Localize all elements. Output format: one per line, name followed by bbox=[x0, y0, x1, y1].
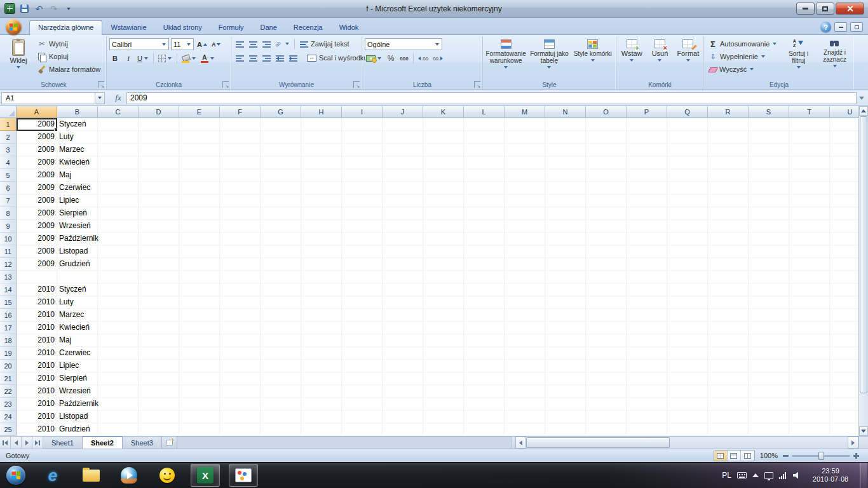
cell-B7[interactable]: Lipiec bbox=[57, 194, 98, 207]
cell-G21[interactable] bbox=[261, 372, 301, 385]
cell-U2[interactable] bbox=[830, 131, 858, 144]
borders-button[interactable] bbox=[157, 53, 173, 64]
cell-M5[interactable] bbox=[505, 169, 545, 182]
cell-E16[interactable] bbox=[179, 309, 220, 322]
page-break-view-button[interactable] bbox=[741, 451, 754, 461]
cell-E12[interactable] bbox=[179, 258, 220, 271]
cell-L10[interactable] bbox=[464, 233, 505, 245]
cell-M23[interactable] bbox=[505, 398, 545, 410]
cell-I23[interactable] bbox=[342, 398, 383, 410]
row-header-4[interactable]: 4 bbox=[0, 156, 17, 169]
cell-B12[interactable]: Grudzień bbox=[57, 258, 98, 271]
cell-B5[interactable]: Maj bbox=[57, 169, 98, 182]
column-header-P[interactable]: P bbox=[627, 106, 667, 118]
row-header-20[interactable]: 20 bbox=[0, 360, 17, 372]
cell-F21[interactable] bbox=[220, 372, 261, 385]
cell-G4[interactable] bbox=[261, 156, 301, 169]
cell-H6[interactable] bbox=[301, 182, 342, 194]
row-header-12[interactable]: 12 bbox=[0, 258, 17, 271]
cell-N21[interactable] bbox=[545, 372, 586, 385]
cell-A18[interactable]: 2010 bbox=[17, 334, 57, 347]
cell-O6[interactable] bbox=[586, 182, 627, 194]
cell-L15[interactable] bbox=[464, 296, 505, 309]
cell-G17[interactable] bbox=[261, 322, 301, 334]
cell-M16[interactable] bbox=[505, 309, 545, 322]
cell-A14[interactable]: 2010 bbox=[17, 283, 57, 296]
vertical-scroll-thumb[interactable] bbox=[860, 116, 867, 393]
cell-H13[interactable] bbox=[301, 271, 342, 283]
scroll-up-button[interactable] bbox=[859, 106, 868, 116]
cell-S12[interactable] bbox=[749, 258, 789, 271]
cell-R24[interactable] bbox=[708, 410, 749, 423]
find-select-button[interactable]: Znajdź i zaznacz bbox=[818, 38, 851, 79]
cell-K12[interactable] bbox=[423, 258, 464, 271]
cell-G10[interactable] bbox=[261, 233, 301, 245]
cell-C6[interactable] bbox=[98, 182, 139, 194]
cell-F23[interactable] bbox=[220, 398, 261, 410]
cell-H5[interactable] bbox=[301, 169, 342, 182]
cell-R18[interactable] bbox=[708, 334, 749, 347]
cell-B17[interactable]: Kwiecień bbox=[57, 322, 98, 334]
cell-C17[interactable] bbox=[98, 322, 139, 334]
cell-T15[interactable] bbox=[789, 296, 830, 309]
grow-font-button[interactable]: A bbox=[196, 39, 208, 50]
dialog-launcher-clipboard[interactable] bbox=[98, 81, 104, 88]
cell-Q17[interactable] bbox=[667, 322, 708, 334]
cell-B13[interactable] bbox=[57, 271, 98, 283]
cell-N3[interactable] bbox=[545, 144, 586, 156]
cell-N20[interactable] bbox=[545, 360, 586, 372]
insert-cells-button[interactable]: Wstaw bbox=[619, 38, 644, 79]
cell-H16[interactable] bbox=[301, 309, 342, 322]
cell-M6[interactable] bbox=[505, 182, 545, 194]
cell-M17[interactable] bbox=[505, 322, 545, 334]
cell-T25[interactable] bbox=[789, 423, 830, 436]
column-header-B[interactable]: B bbox=[57, 106, 98, 118]
cell-S10[interactable] bbox=[749, 233, 789, 245]
dialog-launcher-alignment[interactable] bbox=[353, 81, 360, 88]
tab-formu-y[interactable]: Formuły bbox=[210, 21, 252, 34]
network-icon[interactable] bbox=[779, 472, 787, 479]
cell-R12[interactable] bbox=[708, 258, 749, 271]
cell-J18[interactable] bbox=[383, 334, 423, 347]
volume-icon[interactable] bbox=[793, 472, 801, 479]
row-header-6[interactable]: 6 bbox=[0, 182, 17, 194]
cell-A13[interactable] bbox=[17, 271, 57, 283]
cell-M18[interactable] bbox=[505, 334, 545, 347]
cell-R25[interactable] bbox=[708, 423, 749, 436]
cell-I4[interactable] bbox=[342, 156, 383, 169]
display-icon[interactable] bbox=[764, 472, 773, 479]
cell-S3[interactable] bbox=[749, 144, 789, 156]
cell-S9[interactable] bbox=[749, 220, 789, 233]
cell-D12[interactable] bbox=[139, 258, 179, 271]
cell-D17[interactable] bbox=[139, 322, 179, 334]
cell-G24[interactable] bbox=[261, 410, 301, 423]
cell-C9[interactable] bbox=[98, 220, 139, 233]
cell-K23[interactable] bbox=[423, 398, 464, 410]
cell-E7[interactable] bbox=[179, 194, 220, 207]
row-header-7[interactable]: 7 bbox=[0, 194, 17, 207]
underline-button[interactable]: U bbox=[136, 53, 150, 64]
cell-H20[interactable] bbox=[301, 360, 342, 372]
horizontal-scrollbar[interactable] bbox=[515, 437, 858, 449]
cell-F11[interactable] bbox=[220, 245, 261, 258]
close-button[interactable] bbox=[836, 3, 864, 15]
cell-F5[interactable] bbox=[220, 169, 261, 182]
cell-Q18[interactable] bbox=[667, 334, 708, 347]
cell-N6[interactable] bbox=[545, 182, 586, 194]
taskbar-explorer-button[interactable] bbox=[76, 464, 105, 487]
cell-Q24[interactable] bbox=[667, 410, 708, 423]
cell-Q1[interactable] bbox=[667, 118, 708, 131]
row-header-3[interactable]: 3 bbox=[0, 144, 17, 156]
cell-O18[interactable] bbox=[586, 334, 627, 347]
cell-U5[interactable] bbox=[830, 169, 858, 182]
cell-A4[interactable]: 2009 bbox=[17, 156, 57, 169]
cell-N25[interactable] bbox=[545, 423, 586, 436]
row-header-9[interactable]: 9 bbox=[0, 220, 17, 233]
dialog-launcher-number[interactable] bbox=[474, 81, 480, 88]
cell-P11[interactable] bbox=[627, 245, 667, 258]
column-header-K[interactable]: K bbox=[423, 106, 464, 118]
cell-M22[interactable] bbox=[505, 385, 545, 398]
insert-worksheet-button[interactable] bbox=[162, 437, 177, 449]
cell-P1[interactable] bbox=[627, 118, 667, 131]
cell-J19[interactable] bbox=[383, 347, 423, 360]
